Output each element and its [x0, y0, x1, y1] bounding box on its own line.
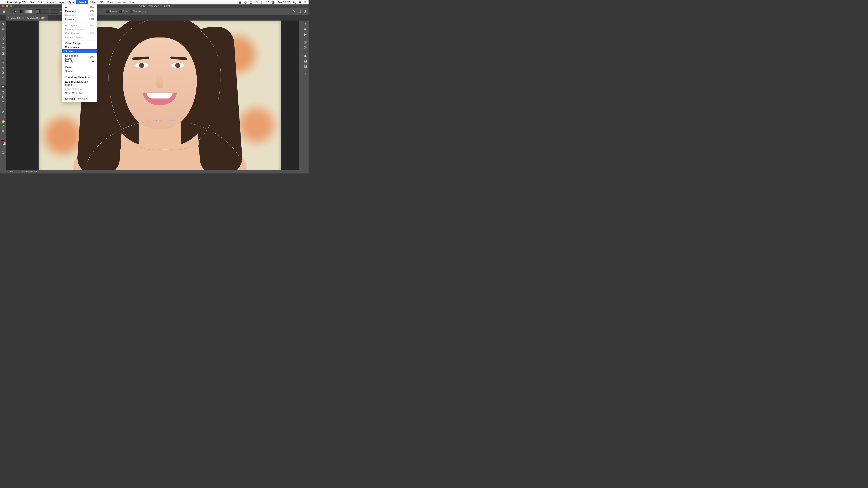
- panel-info-icon[interactable]: ⓘ: [303, 46, 308, 50]
- tool-dodge[interactable]: ◐: [1, 95, 6, 99]
- menu-item-grow[interactable]: Grow: [62, 65, 97, 69]
- menu-item-similar[interactable]: Similar: [62, 69, 97, 73]
- menu-item-save-selection[interactable]: Save Selection...: [62, 91, 97, 95]
- menu-item-inverse[interactable]: Inverse⇧⌘I: [62, 18, 97, 22]
- panel-adjustments-icon[interactable]: ✺: [303, 27, 308, 31]
- window-close-button[interactable]: [2, 5, 4, 7]
- tool-quick-select[interactable]: ✦: [1, 41, 6, 45]
- share-icon[interactable]: [304, 10, 307, 13]
- window-fullscreen-button[interactable]: [10, 5, 12, 7]
- panel-actions-icon[interactable]: ▶: [303, 32, 308, 36]
- status-flyout-icon[interactable]: ▶: [44, 171, 45, 173]
- menu-item-edit-in-quick-mask-mode[interactable]: Edit in Quick Mask Mode: [62, 81, 97, 85]
- window-minimize-button[interactable]: [6, 5, 8, 7]
- panel-gradients-icon[interactable]: ▤: [303, 64, 308, 68]
- sync-icon[interactable]: ◎: [244, 0, 247, 4]
- menu-item-select-and-mask[interactable]: Select and Mask...⌥⌘R: [62, 55, 97, 59]
- menu-3d[interactable]: 3D: [98, 0, 105, 4]
- menu-clock[interactable]: Tue 08:07: [278, 1, 290, 4]
- canvas-area[interactable]: [6, 21, 299, 170]
- workspace: ✥▭◻ⵔ✦◫▣⍋✚✎⌘↺▱▀◔◐✒T➤▢✋⟲🔍⋯▢▢: [0, 21, 309, 173]
- tool-eyedropper[interactable]: ⍋: [1, 56, 6, 60]
- menu-view[interactable]: View: [105, 0, 115, 4]
- doc-info[interactable]: Doc: 69.9M/69.9M: [20, 170, 37, 173]
- dither-checkbox[interactable]: ✓Dither: [119, 10, 128, 13]
- menu-select[interactable]: Select: [76, 0, 88, 4]
- tool-path-select[interactable]: ➤: [1, 109, 6, 114]
- menu-item-deselect[interactable]: Deselect⌘D: [62, 9, 97, 13]
- menu-item-all[interactable]: All⌘A: [62, 5, 97, 9]
- app-name[interactable]: Photoshop CC: [5, 0, 28, 4]
- menu-item-new-3d-extrusion[interactable]: New 3D Extrusion: [62, 97, 97, 101]
- apple-menu-icon[interactable]: [0, 0, 5, 4]
- menu-item-transform-selection[interactable]: Transform Selection: [62, 75, 97, 79]
- menu-help[interactable]: Help: [128, 0, 138, 4]
- edit-toolbar-icon[interactable]: ⋯: [1, 134, 6, 138]
- workspace-switcher-icon[interactable]: [298, 10, 301, 13]
- tool-artboard[interactable]: ▭: [1, 27, 6, 31]
- tool-type[interactable]: T: [1, 105, 6, 109]
- wifi-icon[interactable]: [266, 1, 269, 3]
- menu-image[interactable]: Image: [44, 0, 56, 4]
- menu-layer[interactable]: Layer: [56, 0, 67, 4]
- panel-swatches-icon[interactable]: ▦: [303, 59, 308, 63]
- tool-hand[interactable]: ✋: [1, 119, 6, 124]
- search-icon[interactable]: [292, 10, 296, 13]
- document-tab[interactable]: × d577-208.NEF @ 75% (RGB/16*): [6, 15, 48, 21]
- zoom-level[interactable]: 75%: [8, 170, 13, 173]
- tool-crop[interactable]: ◫: [1, 46, 6, 51]
- menu-item-subject[interactable]: Subject: [62, 50, 97, 53]
- control-center-icon[interactable]: ▥: [272, 0, 275, 4]
- menu-item-color-range[interactable]: Color Range...: [62, 41, 97, 45]
- panel-properties-icon[interactable]: ⓘ: [303, 41, 308, 44]
- tool-preset-picker[interactable]: ▾: [10, 9, 16, 13]
- bluetooth-icon[interactable]: ᛒ: [261, 0, 262, 4]
- gradient-linear-button[interactable]: [36, 9, 40, 13]
- menu-file[interactable]: File: [28, 0, 36, 4]
- tool-brush[interactable]: ✎: [1, 66, 6, 70]
- spotlight-icon[interactable]: [293, 1, 296, 4]
- panel-histogram-icon[interactable]: ⫿: [303, 22, 308, 26]
- close-tab-icon[interactable]: ×: [8, 17, 9, 20]
- tool-history-brush[interactable]: ↺: [1, 75, 6, 79]
- panel-character-icon[interactable]: ¶: [303, 72, 308, 76]
- menu-window[interactable]: Window: [115, 0, 128, 4]
- menu-filter[interactable]: Filter: [88, 0, 98, 4]
- tool-zoom[interactable]: 🔍: [1, 129, 6, 133]
- tool-frame[interactable]: ▣: [1, 51, 6, 55]
- dropbox-icon[interactable]: ⬓: [239, 0, 241, 4]
- timemachine-icon[interactable]: ↻: [255, 0, 258, 4]
- tool-blur[interactable]: ◔: [1, 90, 6, 94]
- tool-rectangle[interactable]: ▢: [1, 115, 6, 119]
- gradient-angle-button[interactable]: [45, 9, 49, 13]
- tool-lasso[interactable]: ⵔ: [1, 36, 6, 41]
- menu-item-focus-area[interactable]: Focus Area...: [62, 45, 97, 50]
- screen-mode-icon[interactable]: ▢: [1, 150, 6, 154]
- transparency-checkbox[interactable]: ✓Transparency: [130, 10, 146, 13]
- siri-icon[interactable]: ◉: [299, 0, 301, 4]
- tool-marquee[interactable]: ◻: [1, 32, 6, 36]
- menu-edit[interactable]: Edit: [36, 0, 44, 4]
- gradient-reflected-button[interactable]: [50, 9, 54, 13]
- tool-move[interactable]: ✥: [1, 22, 6, 26]
- color-swatches[interactable]: [1, 140, 6, 145]
- reverse-checkbox[interactable]: Reverse: [106, 10, 117, 13]
- tool-eraser[interactable]: ▱: [1, 80, 6, 85]
- tool-pen[interactable]: ✒: [1, 100, 6, 104]
- window-title: Adobe Photoshop CC 2019: [139, 5, 170, 8]
- airplay-icon[interactable]: ▢: [250, 0, 252, 4]
- tool-healing[interactable]: ✚: [1, 61, 6, 65]
- panel-color-icon[interactable]: ◑: [303, 54, 308, 58]
- tool-clone[interactable]: ⌘: [1, 70, 6, 75]
- tool-gradient[interactable]: ▀: [1, 85, 6, 89]
- gradient-picker[interactable]: ▾: [20, 9, 34, 13]
- quick-mask-icon[interactable]: ▢: [1, 146, 6, 150]
- menu-type[interactable]: Type: [66, 0, 76, 4]
- gradient-radial-button[interactable]: [40, 9, 44, 13]
- vertical-scrollbar[interactable]: [299, 21, 302, 173]
- gradient-diamond-button[interactable]: [54, 9, 59, 13]
- notifications-icon[interactable]: ≡: [304, 0, 306, 4]
- tool-rotate-view[interactable]: ⟲: [1, 124, 6, 128]
- home-button[interactable]: [2, 9, 6, 14]
- select-dropdown: All⌘ADeselect⌘DReselect⇧⌘DInverse⇧⌘IAll …: [62, 4, 97, 102]
